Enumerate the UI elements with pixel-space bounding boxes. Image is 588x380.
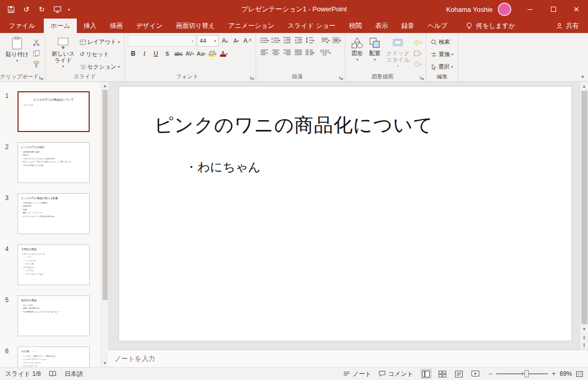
maximize-button[interactable]: [542, 0, 565, 19]
decrease-indent-button[interactable]: [282, 35, 292, 45]
copy-button[interactable]: [31, 48, 42, 58]
tab-view[interactable]: 表示: [368, 19, 395, 33]
clipboard-dialog-launcher-icon[interactable]: [39, 76, 43, 80]
editor-scroll-thumb[interactable]: [581, 91, 587, 324]
drawing-dialog-launcher-icon[interactable]: [420, 76, 424, 80]
thumbnail-box[interactable]: その他・・・ ・ハンカチ、名刺ロール、小物入れなど ・シールイラストレーション …: [18, 346, 90, 367]
editor-scrollbar[interactable]: ▲ ▼ ▲▲ ▼▼: [580, 82, 588, 350]
convert-to-smartart-button[interactable]: ▾: [320, 47, 331, 58]
reading-view-button[interactable]: [453, 369, 465, 379]
align-text-button[interactable]: ▾: [331, 35, 342, 45]
line-spacing-button[interactable]: ▾: [305, 35, 315, 45]
align-center-button[interactable]: [271, 47, 281, 58]
select-button[interactable]: 選択 ▾: [429, 61, 455, 73]
zoom-slider[interactable]: [496, 373, 548, 374]
paragraph-dialog-launcher-icon[interactable]: [339, 76, 343, 80]
account-name[interactable]: Kohama Yoshie: [446, 6, 493, 13]
tab-home[interactable]: ホーム: [44, 19, 77, 33]
font-dialog-launcher-icon[interactable]: [250, 76, 254, 80]
underline-button[interactable]: U: [150, 48, 161, 59]
tab-insert[interactable]: 挿入: [77, 19, 103, 33]
thumbnail-scroll-track[interactable]: [102, 90, 108, 359]
scroll-up-icon[interactable]: ▲: [102, 82, 108, 90]
strikethrough-button[interactable]: abc: [173, 48, 183, 59]
notes-pane[interactable]: ノートを入力: [108, 350, 588, 367]
tab-review[interactable]: 校閲: [342, 19, 368, 33]
customize-quick-access-icon[interactable]: ▾: [68, 8, 70, 11]
language-indicator[interactable]: 日本語: [64, 370, 83, 378]
align-left-button[interactable]: [259, 47, 270, 58]
shape-fill-button[interactable]: ▾: [412, 37, 423, 47]
collapse-ribbon-icon[interactable]: ▾: [581, 74, 584, 79]
shape-outline-button[interactable]: ▾: [412, 48, 423, 58]
undo-button[interactable]: ↺: [22, 5, 31, 14]
save-button[interactable]: [6, 5, 15, 14]
text-direction-button[interactable]: ▾: [320, 35, 330, 45]
thumbnail-box[interactable]: ピンクのワニ商品が受ける客層 ・小学生向け（ノート学用品） ・未就学児 ・玩具 …: [18, 193, 90, 234]
slide-thumbnail-2[interactable]: 2 ピンクのワニの紹介 ・20XX年世界に誕生 ・男の子 ・リボンとコロンちゃん…: [0, 142, 101, 183]
bullets-button[interactable]: ▾: [259, 35, 270, 45]
slide-thumbnail-5[interactable]: 5 幼児向け商品 ・ぬいぐるみ ・絵本（読み聞かせ） ・その他玩具にピンクのワニ…: [0, 295, 101, 336]
minimize-button[interactable]: ─: [518, 0, 542, 19]
justify-button[interactable]: [293, 47, 304, 58]
comments-toggle-button[interactable]: コメント: [379, 370, 413, 378]
start-slideshow-button[interactable]: [53, 5, 62, 14]
new-slide-button[interactable]: 新しいスライド ▾: [48, 35, 78, 70]
close-button[interactable]: ×: [565, 0, 588, 19]
slide-thumbnail-6[interactable]: 6 その他・・・ ・ハンカチ、名刺ロール、小物入れなど ・シールイラストレーショ…: [0, 346, 101, 367]
slide-title-text[interactable]: ピンクのワニの商品化について: [154, 112, 433, 138]
format-painter-button[interactable]: [31, 59, 42, 69]
slide-counter[interactable]: スライド 1/8: [5, 370, 41, 378]
scroll-down-icon[interactable]: ▼: [102, 359, 108, 367]
slide-thumbnail-4[interactable]: 4 子供向け商品 ・ステーショナリーグッズ ・ノート ・ペンケース ・まくら等 …: [0, 244, 101, 285]
thumbnail-box[interactable]: 子供向け商品 ・ステーショナリーグッズ ・ノート ・ペンケース ・まくら等 ・ア…: [18, 244, 90, 285]
slideshow-view-button[interactable]: [470, 369, 481, 379]
scroll-up-icon[interactable]: ▲: [580, 82, 588, 90]
font-name-combo[interactable]: ▾: [128, 35, 196, 46]
character-spacing-button[interactable]: AV▾: [184, 48, 195, 59]
shape-effects-button[interactable]: ▾: [412, 59, 423, 69]
section-button[interactable]: セクション ▾: [78, 61, 122, 73]
redo-button[interactable]: ↻: [37, 5, 46, 14]
slide-sorter-view-button[interactable]: [437, 369, 448, 379]
shrink-font-button[interactable]: A▾: [231, 36, 241, 46]
quick-styles-button[interactable]: クイック スタイル ▾: [383, 35, 412, 69]
zoom-out-button[interactable]: −: [489, 370, 492, 377]
change-case-button[interactable]: Aa▾: [196, 48, 206, 59]
highlight-color-button[interactable]: ▾: [207, 48, 217, 59]
tab-animations[interactable]: アニメーション: [222, 19, 281, 33]
slide-body-text[interactable]: ・わにちゃん: [185, 159, 261, 175]
paste-button[interactable]: 貼り付け ▾: [3, 35, 31, 64]
zoom-slider-thumb[interactable]: [525, 370, 529, 377]
text-shadow-button[interactable]: S: [162, 48, 172, 59]
tab-draw[interactable]: 描画: [103, 19, 129, 33]
share-button[interactable]: 共有: [547, 19, 588, 33]
next-slide-button[interactable]: ▼▼: [580, 341, 588, 350]
clear-formatting-button[interactable]: A: [242, 36, 253, 46]
tab-slideshow[interactable]: スライド ショー: [281, 19, 342, 33]
numbering-button[interactable]: ▾: [271, 35, 281, 45]
zoom-percentage[interactable]: 69%: [560, 370, 572, 377]
reset-button[interactable]: ↺ リセット: [78, 48, 122, 60]
bold-button[interactable]: B: [128, 48, 138, 59]
editor-scroll-track[interactable]: [580, 90, 588, 325]
font-color-button[interactable]: A ▾: [219, 48, 229, 59]
align-right-button[interactable]: [282, 47, 292, 58]
thumbnail-box[interactable]: 幼児向け商品 ・ぬいぐるみ ・絵本（読み聞かせ） ・その他玩具にピンクのワニをと…: [18, 295, 90, 336]
tell-me-box[interactable]: 何をしますか: [459, 19, 522, 33]
italic-button[interactable]: I: [139, 48, 149, 59]
notes-toggle-button[interactable]: ノート: [343, 370, 372, 378]
increase-indent-button[interactable]: [293, 35, 304, 45]
thumbnail-scroll-thumb[interactable]: [103, 90, 108, 300]
columns-button[interactable]: ▾: [305, 47, 315, 58]
tab-recording[interactable]: 録音: [395, 19, 421, 33]
thumbnail-box[interactable]: ピンクのワニの紹介 ・20XX年世界に誕生 ・男の子 ・リボンとコロンちゃんに人…: [18, 142, 90, 183]
shapes-button[interactable]: 図形 ▾: [348, 35, 366, 63]
replace-button[interactable]: 置換 ▾: [429, 48, 455, 60]
tab-transitions[interactable]: 画面切り替え: [169, 19, 222, 33]
fit-slide-to-window-button[interactable]: [576, 371, 583, 377]
spellcheck-icon[interactable]: [49, 371, 56, 377]
scroll-down-icon[interactable]: ▼: [580, 325, 588, 333]
find-button[interactable]: 検索: [429, 36, 455, 48]
thumbnail-box[interactable]: ピンクのワニの商品化について ・わにちゃん: [18, 91, 90, 132]
